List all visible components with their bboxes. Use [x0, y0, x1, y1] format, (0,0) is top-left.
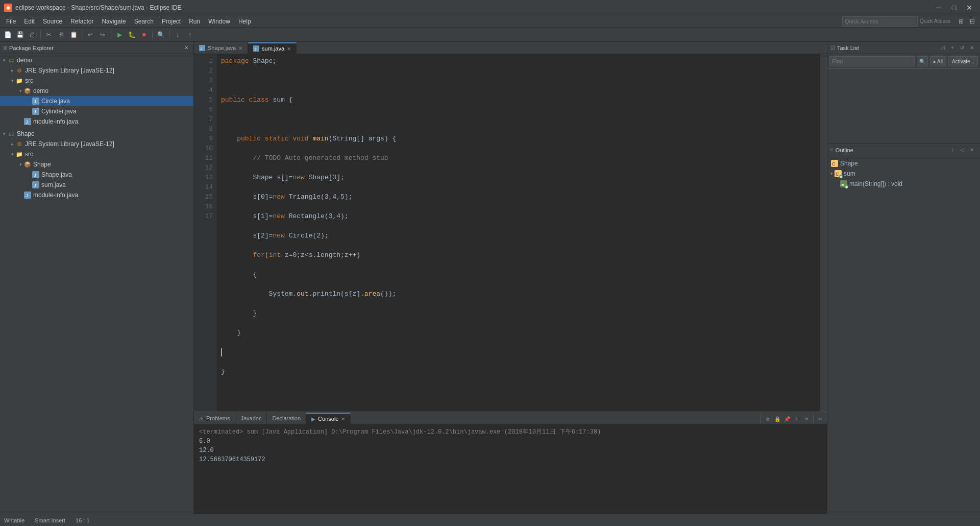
toggle-src-shape[interactable]: ▾	[9, 151, 15, 157]
toggle-src-demo[interactable]: ▾	[9, 78, 15, 84]
console-tabs: ⚠ Problems Javadoc Declaration ▶ Console…	[194, 412, 827, 424]
right-panel: ☑ Task List ◁ + ↺ ✕ 🔍 ▸ All Activate... …	[827, 42, 980, 514]
new-console-btn[interactable]: +	[792, 414, 801, 423]
task-refresh-btn[interactable]: ↺	[958, 43, 967, 53]
tree-item-jre-demo[interactable]: ▸ ⚙ JRE System Library [JavaSE-12]	[0, 65, 193, 76]
tree-item-shape[interactable]: ▾ 🗂 Shape	[0, 129, 193, 139]
svg-text:J: J	[34, 173, 36, 178]
tree-item-shape-pkg[interactable]: ▾ 📦 Shape	[0, 159, 193, 170]
menu-project[interactable]: Project	[158, 17, 185, 26]
editor-scrollbar[interactable]	[820, 54, 827, 412]
word-wrap-btn[interactable]: ↵	[816, 414, 825, 423]
maximize-button[interactable]: □	[947, 3, 961, 13]
task-new-btn[interactable]: +	[948, 43, 957, 53]
menu-run[interactable]: Run	[185, 17, 204, 26]
undo-btn[interactable]: ↩	[85, 29, 96, 40]
cut-btn[interactable]: ✂	[43, 29, 55, 40]
prev-annotation-btn[interactable]: ↑	[184, 29, 195, 40]
quick-access-input[interactable]	[842, 16, 918, 27]
remove-launch-btn[interactable]: ✕	[802, 414, 811, 423]
perspective-btn[interactable]: ⊞	[955, 16, 967, 27]
tree-item-cylinder[interactable]: J Cylinder.java	[0, 106, 193, 116]
close-button[interactable]: ✕	[963, 3, 976, 13]
new-btn[interactable]: 📄	[2, 29, 13, 40]
outline-panel: ≡ Outline ↕ ◁ ✕ C Shape ▾	[827, 144, 980, 514]
tab-close-sum[interactable]: ✕	[287, 46, 291, 52]
tree-label-sum-java: sum.java	[41, 181, 66, 188]
copy-btn[interactable]: ⎘	[56, 29, 67, 40]
title-bar: ◉ eclipse-workspace - Shape/src/Shape/su…	[0, 0, 980, 15]
tree-item-module-shape[interactable]: J module-info.java	[0, 190, 193, 200]
tree-item-jre-shape[interactable]: ▸ ⚙ JRE System Library [JavaSE-12]	[0, 139, 193, 149]
menu-edit[interactable]: Edit	[20, 17, 39, 26]
task-collapse-btn[interactable]: ◁	[938, 43, 947, 53]
svg-text:J: J	[26, 193, 28, 198]
run-btn[interactable]: ▶	[114, 29, 125, 40]
outline-item-sum-class[interactable]: ▾ C ◉ sum	[827, 169, 980, 179]
tab-declaration[interactable]: Declaration	[267, 413, 306, 424]
tree-item-demo-pkg[interactable]: ▾ 📦 demo	[0, 86, 193, 96]
menu-source[interactable]: Source	[39, 17, 66, 26]
tab-close-console[interactable]: ✕	[341, 416, 345, 422]
outline-close-btn[interactable]: ✕	[967, 146, 976, 155]
outline-item-main-method[interactable]: m ◉ main(String[]) : void	[827, 179, 980, 189]
tab-problems[interactable]: ⚠ Problems	[194, 413, 235, 424]
task-find-btn[interactable]: 🔍	[917, 56, 928, 66]
toggle-shape-pkg[interactable]: ▾	[17, 161, 23, 168]
menu-navigate[interactable]: Navigate	[97, 17, 130, 26]
tree-item-module-demo[interactable]: J module-info.java	[0, 116, 193, 127]
save-btn[interactable]: 💾	[14, 29, 26, 40]
toggle-jre-demo[interactable]: ▸	[9, 67, 15, 74]
menu-search[interactable]: Search	[130, 17, 158, 26]
tree-item-shape-java[interactable]: J Shape.java	[0, 170, 193, 180]
pin-console-btn[interactable]: 📌	[782, 414, 792, 423]
print-btn[interactable]: 🖨	[27, 29, 38, 40]
outline-hide-btn[interactable]: ◁	[958, 146, 967, 155]
tab-shape-java[interactable]: J Shape.java ✕	[194, 42, 248, 54]
menu-file[interactable]: File	[2, 17, 20, 26]
menu-help[interactable]: Help	[234, 17, 255, 26]
search-tb-btn[interactable]: 🔍	[155, 29, 166, 40]
tab-close-shape[interactable]: ✕	[238, 45, 242, 51]
toggle-shape[interactable]: ▾	[1, 131, 7, 137]
perspective-btn2[interactable]: ⊟	[967, 16, 978, 27]
outline-item-shape-class[interactable]: C Shape	[827, 158, 980, 169]
scroll-lock-btn[interactable]: 🔒	[773, 414, 782, 423]
tab-javadoc[interactable]: Javadoc	[235, 413, 267, 424]
toggle-jre-shape[interactable]: ▸	[9, 141, 15, 147]
bottom-panel: ⚠ Problems Javadoc Declaration ▶ Console…	[194, 412, 827, 514]
console-content[interactable]: <terminated> sum [Java Application] D:\P…	[194, 424, 827, 514]
class-icon-sum-outline: C ◉	[834, 170, 842, 178]
task-list-header: ☑ Task List ◁ + ↺ ✕	[827, 42, 980, 54]
task-find-input[interactable]	[829, 56, 915, 66]
collapse-btn[interactable]: ✕	[182, 44, 190, 52]
menu-window[interactable]: Window	[204, 17, 234, 26]
task-all-btn[interactable]: ▸ All	[930, 56, 946, 66]
tree-item-circle[interactable]: J Circle.java	[0, 96, 193, 106]
redo-btn[interactable]: ↪	[97, 29, 108, 40]
tab-sum-java[interactable]: J sum.java ✕	[248, 42, 297, 54]
code-editor[interactable]: package Shape; public class sum { public…	[217, 54, 820, 412]
task-activate-btn[interactable]: Activate...	[948, 56, 978, 66]
console-output-line-2: 12.0	[199, 446, 822, 455]
tab-label-javadoc: Javadoc	[240, 415, 261, 421]
minimize-button[interactable]: ─	[932, 3, 945, 13]
stop-btn[interactable]: ■	[138, 29, 150, 40]
tab-console[interactable]: ▶ Console ✕	[306, 413, 351, 424]
tree-item-sum-java[interactable]: J sum.java	[0, 180, 193, 190]
tree-item-src-demo[interactable]: ▾ 📁 src	[0, 76, 193, 86]
menu-refactor[interactable]: Refactor	[66, 17, 97, 26]
tree-item-demo[interactable]: ▾ 🗂 demo	[0, 55, 193, 65]
toggle-demo-pkg[interactable]: ▾	[17, 88, 23, 94]
paste-btn[interactable]: 📋	[68, 29, 79, 40]
outline-toggle-sum[interactable]: ▾	[830, 171, 833, 176]
debug-btn[interactable]: 🐛	[126, 29, 137, 40]
clear-console-btn[interactable]: ⊘	[763, 414, 772, 423]
outline-sort-btn[interactable]: ↕	[948, 146, 957, 155]
task-close-btn[interactable]: ✕	[967, 43, 976, 53]
toggle-demo[interactable]: ▾	[1, 57, 7, 63]
tree-item-src-shape[interactable]: ▾ 📁 src	[0, 149, 193, 159]
task-list-toolbar: ◁ + ↺ ✕	[938, 43, 977, 53]
next-annotation-btn[interactable]: ↓	[172, 29, 183, 40]
console-output-line-1: 6.0	[199, 437, 822, 446]
